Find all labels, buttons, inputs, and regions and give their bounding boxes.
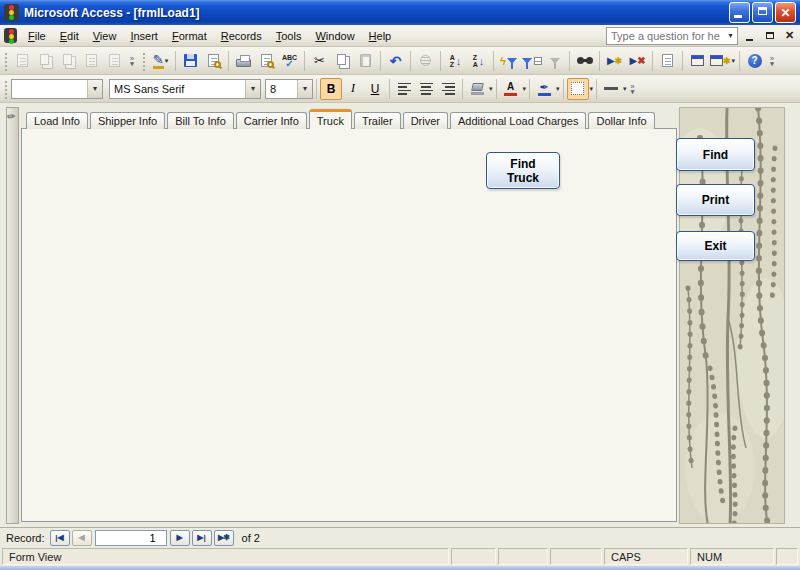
copy-icon[interactable] — [331, 50, 354, 72]
tab-bill-to-info[interactable]: Bill To Info — [167, 112, 234, 129]
app-icon — [4, 4, 19, 21]
underline-button[interactable]: U — [364, 78, 386, 100]
next-record-button[interactable] — [170, 530, 190, 546]
current-record-input[interactable] — [95, 530, 167, 546]
database-window-icon[interactable] — [686, 50, 709, 72]
properties-icon[interactable] — [656, 50, 679, 72]
align-right-icon[interactable] — [437, 78, 459, 100]
tab-strip: Load Info Shipper Info Bill To Info Carr… — [26, 109, 657, 129]
menu-help[interactable]: Help — [362, 27, 399, 45]
tab-truck[interactable]: Truck — [309, 109, 352, 129]
menu-view[interactable]: View — [86, 27, 124, 45]
truck-tab-panel — [21, 128, 677, 522]
align-left-icon[interactable] — [393, 78, 415, 100]
status-empty-cell — [776, 548, 798, 565]
toolbar-options-icon[interactable] — [126, 50, 138, 72]
line-color-dropdown-icon[interactable] — [556, 85, 560, 93]
insert-hyperlink-icon[interactable] — [414, 50, 437, 72]
spelling-icon[interactable]: ABC — [278, 50, 301, 72]
fill-color-icon[interactable] — [466, 78, 488, 100]
font-color-icon[interactable]: A — [500, 78, 522, 100]
menu-tools[interactable]: Tools — [269, 27, 309, 45]
office-links-icon[interactable] — [80, 50, 103, 72]
form-view-area: Load Info Shipper Info Bill To Info Carr… — [0, 103, 800, 527]
help-dropdown-icon[interactable] — [724, 28, 737, 44]
special-effect-dropdown-icon[interactable] — [590, 85, 594, 93]
status-bar: Form View CAPS NUM — [0, 547, 800, 566]
last-record-button[interactable] — [192, 530, 212, 546]
menu-window[interactable]: Window — [308, 27, 361, 45]
delete-record-icon[interactable] — [626, 50, 649, 72]
paste-disabled-icon[interactable] — [57, 50, 80, 72]
mdi-restore-button[interactable] — [761, 28, 778, 44]
previous-record-button[interactable] — [72, 530, 92, 546]
italic-button[interactable]: I — [342, 78, 364, 100]
filter-by-form-icon[interactable] — [520, 50, 543, 72]
fill-color-dropdown-icon[interactable] — [489, 85, 493, 93]
find-icon[interactable] — [573, 50, 596, 72]
mdi-close-button[interactable] — [781, 28, 798, 44]
menu-edit[interactable]: Edit — [53, 27, 86, 45]
tab-driver[interactable]: Driver — [403, 112, 448, 129]
help-question-input[interactable] — [607, 30, 724, 42]
tab-additional-load-charges[interactable]: Additional Load Charges — [450, 112, 586, 129]
apply-filter-icon[interactable] — [543, 50, 566, 72]
find-button[interactable]: Find — [676, 138, 755, 171]
title-bar: Microsoft Access - [frmlLoad1] — [0, 0, 800, 25]
align-center-icon[interactable] — [415, 78, 437, 100]
font-name-combo[interactable]: MS Sans Serif — [109, 79, 261, 99]
paste-icon[interactable] — [354, 50, 377, 72]
line-width-icon[interactable] — [600, 78, 622, 100]
toolbar-drag-handle[interactable] — [3, 51, 8, 71]
first-record-button[interactable] — [50, 530, 70, 546]
toolbar-drag-handle[interactable] — [141, 51, 146, 71]
special-effect-icon[interactable] — [567, 78, 589, 100]
object-combo[interactable] — [11, 79, 103, 99]
bold-button[interactable]: B — [320, 78, 342, 100]
minimize-button[interactable] — [729, 2, 750, 23]
mdi-minimize-button[interactable] — [741, 28, 758, 44]
form-system-icon[interactable] — [4, 28, 17, 43]
new-object-icon[interactable] — [709, 50, 736, 72]
file-search-icon[interactable] — [202, 50, 225, 72]
line-color-icon[interactable] — [533, 78, 555, 100]
menu-insert[interactable]: Insert — [123, 27, 165, 45]
view-design-icon[interactable] — [149, 50, 172, 72]
font-color-dropdown-icon[interactable] — [523, 85, 527, 93]
filter-by-selection-icon[interactable] — [497, 50, 520, 72]
exit-button[interactable]: Exit — [676, 231, 755, 261]
print-icon[interactable] — [232, 50, 255, 72]
sort-descending-icon[interactable]: ZA — [467, 50, 490, 72]
record-navigator: Record: of 2 — [0, 527, 800, 547]
menu-format[interactable]: Format — [165, 27, 214, 45]
toolbar-options-icon[interactable] — [766, 50, 778, 72]
new-icon[interactable] — [11, 50, 34, 72]
save-icon[interactable] — [179, 50, 202, 72]
font-size-combo[interactable]: 8 — [265, 79, 313, 99]
new-record-button[interactable] — [214, 530, 234, 546]
toolbar-drag-handle[interactable] — [3, 79, 8, 99]
tab-trailer[interactable]: Trailer — [354, 112, 401, 129]
print-preview-icon[interactable] — [255, 50, 278, 72]
sort-ascending-icon[interactable]: AZ — [444, 50, 467, 72]
analyze-icon[interactable] — [103, 50, 126, 72]
print-button[interactable]: Print — [676, 184, 755, 216]
status-view-mode: Form View — [2, 548, 449, 565]
menu-records[interactable]: Records — [214, 27, 269, 45]
find-truck-button[interactable]: FindTruck — [486, 152, 560, 189]
window-title: Microsoft Access - [frmlLoad1] — [24, 6, 729, 20]
undo-icon[interactable] — [384, 50, 407, 72]
new-record-icon[interactable] — [603, 50, 626, 72]
cut-icon[interactable] — [308, 50, 331, 72]
copy-disabled-icon[interactable] — [34, 50, 57, 72]
close-button[interactable] — [775, 2, 796, 23]
restore-button[interactable] — [752, 2, 773, 23]
help-icon[interactable] — [743, 50, 766, 72]
tab-load-info[interactable]: Load Info — [26, 112, 88, 129]
tab-carrier-info[interactable]: Carrier Info — [236, 112, 307, 129]
menu-file[interactable]: File — [21, 27, 53, 45]
toolbar-options-icon[interactable] — [627, 78, 639, 100]
record-selector-bar[interactable] — [6, 107, 19, 524]
tab-dollar-info[interactable]: Dollar Info — [588, 112, 654, 129]
tab-shipper-info[interactable]: Shipper Info — [90, 112, 165, 129]
